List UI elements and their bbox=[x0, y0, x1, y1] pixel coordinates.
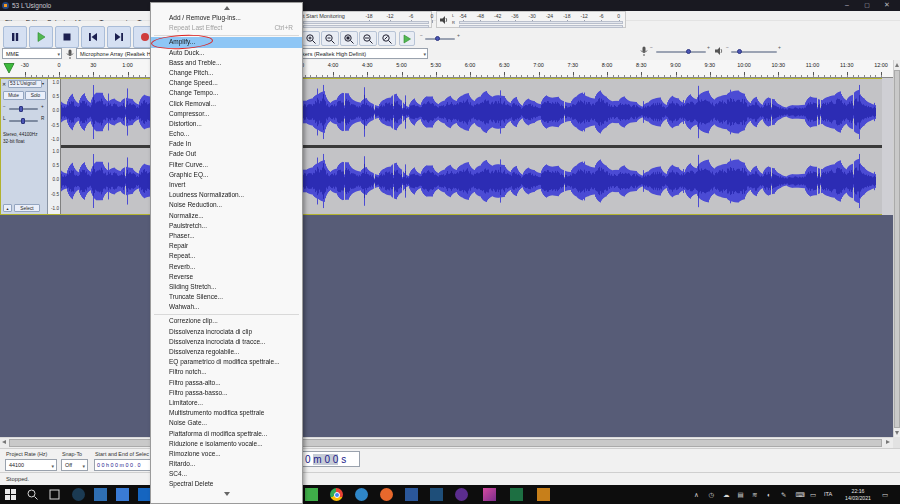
mute-button[interactable]: Mute bbox=[3, 91, 24, 100]
app-icon-11[interactable] bbox=[455, 488, 468, 501]
effect-menu-item[interactable]: Change Tempo... bbox=[151, 88, 302, 98]
notification-center-icon[interactable]: ▭ bbox=[882, 490, 888, 499]
effect-menu-item[interactable]: Noise Gate... bbox=[151, 418, 302, 428]
zoom-fit-button[interactable] bbox=[359, 31, 377, 46]
tray-icon-2[interactable]: ◷ bbox=[709, 490, 715, 499]
effect-menu-item[interactable]: Repair bbox=[151, 241, 302, 251]
search-icon[interactable] bbox=[27, 489, 38, 500]
effect-menu-item[interactable]: Piattaforma di modifica spettrale... bbox=[151, 429, 302, 439]
effect-menu-item[interactable]: Auto Duck... bbox=[151, 48, 302, 58]
effect-menu-item[interactable]: Wahwah... bbox=[151, 302, 302, 312]
skip-to-end-button[interactable] bbox=[107, 26, 131, 48]
effect-menu-item[interactable]: Click Removal... bbox=[151, 99, 302, 109]
effect-menu-item[interactable]: Loudness Normalization... bbox=[151, 190, 302, 200]
app-icon-1[interactable] bbox=[72, 488, 85, 501]
menu-scroll-up[interactable] bbox=[151, 3, 302, 13]
playback-meter[interactable]: L R -54-48-42-36-30-24-18-12-60 bbox=[436, 11, 626, 28]
effect-menu-item[interactable]: Invert bbox=[151, 180, 302, 190]
effect-menu-item[interactable]: Distortion... bbox=[151, 119, 302, 129]
record-volume-slider-thumb[interactable] bbox=[686, 49, 691, 54]
tray-icon-4[interactable]: ▤ bbox=[738, 490, 744, 499]
app-icon-3[interactable] bbox=[116, 488, 129, 501]
zoom-out-button[interactable] bbox=[321, 31, 339, 46]
effect-menu-item[interactable]: Riduzione e isolamento vocale... bbox=[151, 439, 302, 449]
timeline-ruler[interactable]: -300301:001:302:002:303:003:304:004:305:… bbox=[0, 60, 900, 78]
pan-slider-thumb[interactable] bbox=[21, 118, 25, 124]
effect-menu-item[interactable]: Correzione clip... bbox=[151, 316, 302, 326]
effect-menu-item[interactable]: Bass and Treble... bbox=[151, 58, 302, 68]
effect-menu-item[interactable]: Reverb... bbox=[151, 262, 302, 272]
tray-icon-3[interactable]: ☁ bbox=[723, 490, 730, 499]
pan-slider[interactable] bbox=[9, 120, 38, 122]
effect-menu-item[interactable]: Limitatore... bbox=[151, 398, 302, 408]
effect-menu-item[interactable]: Change Pitch... bbox=[151, 68, 302, 78]
effect-menu-item[interactable]: Spectral Delete bbox=[151, 479, 302, 489]
close-button[interactable]: ✕ bbox=[878, 0, 896, 11]
app-icon-9[interactable] bbox=[405, 488, 418, 501]
effect-menu-item[interactable]: EQ parametrico di modifica spettrale... bbox=[151, 357, 302, 367]
stop-button[interactable] bbox=[55, 26, 79, 48]
track-close-icon[interactable]: ✕ bbox=[2, 81, 6, 87]
gain-slider[interactable] bbox=[9, 108, 38, 110]
effect-menu-item[interactable]: Fade In bbox=[151, 139, 302, 149]
scroll-left-arrow-icon[interactable] bbox=[2, 440, 6, 444]
effect-menu-item[interactable]: Multistrumento modifica spettrale bbox=[151, 408, 302, 418]
tray-icon-5[interactable]: ≋ bbox=[752, 490, 757, 499]
tray-icon-1[interactable]: ∧ bbox=[694, 490, 699, 499]
effect-menu-item[interactable]: Graphic EQ... bbox=[151, 170, 302, 180]
effect-menu-item[interactable]: Normalize... bbox=[151, 211, 302, 221]
skip-to-start-button[interactable] bbox=[81, 26, 105, 48]
effect-menu-item[interactable]: Phaser... bbox=[151, 231, 302, 241]
track-menu-arrow-icon[interactable]: ▾ bbox=[42, 81, 44, 86]
play-at-speed-button[interactable] bbox=[399, 31, 415, 46]
effect-menu-item[interactable]: Echo... bbox=[151, 129, 302, 139]
effect-menu-item[interactable]: Noise Reduction... bbox=[151, 200, 302, 210]
effect-menu-item[interactable]: Rimozione voce... bbox=[151, 449, 302, 459]
app-icon-5[interactable] bbox=[305, 488, 318, 501]
app-icon-7[interactable] bbox=[355, 488, 368, 501]
effect-menu-item[interactable]: Dissolvenza incrociata di clip bbox=[151, 327, 302, 337]
scroll-right-arrow-icon[interactable] bbox=[886, 440, 890, 444]
zoom-selection-button[interactable] bbox=[340, 31, 358, 46]
project-rate-dropdown[interactable]: 44100▾ bbox=[5, 459, 57, 471]
tray-icon-6[interactable]: ◖ bbox=[767, 490, 771, 499]
menu-scroll-down[interactable] bbox=[151, 490, 302, 499]
effect-menu-item[interactable]: Filtro passa-alto... bbox=[151, 378, 302, 388]
effect-menu-item[interactable]: Change Speed... bbox=[151, 78, 302, 88]
scroll-up-arrow-icon[interactable] bbox=[895, 63, 899, 67]
vertical-scrollbar-thumb[interactable] bbox=[894, 70, 900, 428]
tray-icon-9[interactable]: ▭ bbox=[810, 490, 816, 499]
task-view-icon[interactable] bbox=[49, 489, 60, 500]
app-icon-6[interactable] bbox=[330, 488, 343, 501]
effect-menu-item[interactable]: Paulstretch... bbox=[151, 221, 302, 231]
effect-menu-item[interactable]: Dissolvenza regolabile... bbox=[151, 347, 302, 357]
zoom-toggle-button[interactable] bbox=[378, 31, 396, 46]
effect-menu-item[interactable]: Ritardo... bbox=[151, 459, 302, 469]
app-icon-10[interactable] bbox=[430, 488, 443, 501]
audio-host-dropdown[interactable]: MME▾ bbox=[2, 48, 62, 59]
horizontal-scrollbar[interactable] bbox=[0, 437, 893, 448]
effect-menu-item[interactable]: Reverse bbox=[151, 272, 302, 282]
play-speed-slider-thumb[interactable] bbox=[435, 36, 440, 41]
gain-slider-thumb[interactable] bbox=[19, 106, 23, 112]
effect-menu-item[interactable]: Add / Remove Plug-ins... bbox=[151, 13, 302, 23]
select-track-button[interactable]: Select bbox=[14, 204, 40, 212]
pause-button[interactable] bbox=[3, 26, 27, 48]
scroll-down-arrow-icon[interactable] bbox=[895, 431, 899, 435]
effect-menu-item[interactable]: Filtro notch... bbox=[151, 367, 302, 377]
play-speed-slider[interactable] bbox=[425, 38, 455, 40]
record-volume-slider[interactable] bbox=[656, 51, 706, 53]
maximize-button[interactable]: ▢ bbox=[858, 0, 876, 11]
effect-menu-item[interactable]: Filter Curve... bbox=[151, 160, 302, 170]
horizontal-scrollbar-thumb[interactable] bbox=[9, 439, 882, 447]
playback-volume-slider-thumb[interactable] bbox=[737, 49, 742, 54]
minimize-button[interactable]: – bbox=[838, 0, 856, 11]
language-indicator[interactable]: ITA bbox=[824, 491, 832, 497]
effect-menu-item[interactable]: Filtro passa-basso... bbox=[151, 388, 302, 398]
collapse-track-button[interactable]: ▴ bbox=[3, 204, 12, 212]
app-icon-14[interactable] bbox=[537, 488, 550, 501]
start-button-icon[interactable] bbox=[5, 489, 16, 500]
effect-menu-item[interactable]: Truncate Silence... bbox=[151, 292, 302, 302]
effect-menu-item[interactable]: Repeat Last EffectCtrl+R bbox=[151, 23, 302, 33]
tray-icon-8[interactable]: ⌨ bbox=[796, 490, 805, 499]
